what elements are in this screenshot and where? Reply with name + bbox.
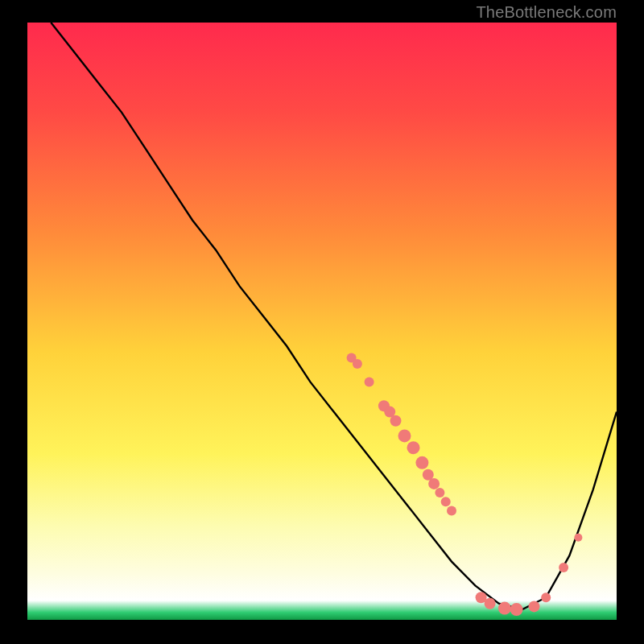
marker-dot <box>428 478 440 489</box>
marker-dot <box>435 488 444 497</box>
marker-dot <box>485 598 496 609</box>
marker-dot <box>407 441 420 454</box>
marker-dot <box>541 592 551 602</box>
marker-dot <box>353 359 362 369</box>
marker-dot <box>441 497 451 506</box>
marker-dot <box>529 601 540 612</box>
watermark-text: TheBottleneck.com <box>476 3 617 22</box>
marker-dot <box>498 602 511 615</box>
marker-dot <box>574 534 582 542</box>
marker-dot <box>398 429 411 442</box>
marker-dot <box>447 506 456 515</box>
gradient-background <box>27 23 617 621</box>
marker-dot <box>415 456 428 469</box>
marker-dot <box>559 563 568 572</box>
chart-frame <box>27 23 617 621</box>
marker-dot <box>365 377 374 386</box>
marker-dot <box>390 415 402 427</box>
marker-dot <box>510 603 523 616</box>
bottleneck-chart <box>27 23 617 621</box>
